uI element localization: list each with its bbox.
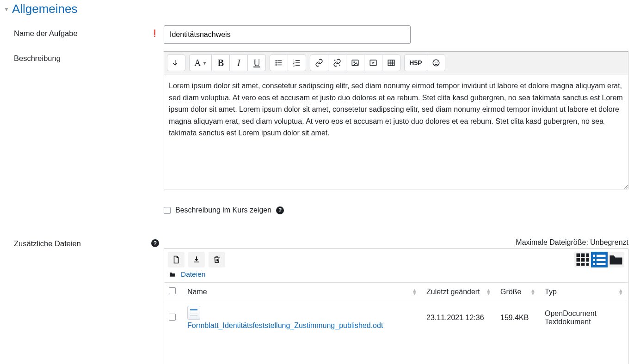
svg-point-24 [437,62,437,63]
letter-a-icon: A [194,58,201,68]
svg-rect-32 [581,263,585,266]
toolbar-link[interactable] [310,55,328,71]
file-name-link[interactable]: Formblatt_Identitätsfeststellung_Zustimm… [187,322,417,330]
svg-rect-1 [277,61,282,61]
editor-content[interactable]: Lorem ipsum dolor sit amet, consetetur s… [164,74,628,189]
section-header[interactable]: ▼ Allgemeines [4,2,640,16]
checkbox-show-in-course[interactable] [164,207,171,214]
folder-icon [169,271,176,278]
label-task-name: Name der Aufgabe [14,29,78,38]
document-file-icon [187,306,200,320]
checkbox-row[interactable] [169,314,176,321]
breadcrumb-root-link[interactable]: Dateien [181,270,205,279]
rich-text-editor: A▼ B I U 123 [164,51,628,189]
row-show-in-course: Beschreibung im Kurs zeigen ? [164,206,628,214]
svg-rect-14 [352,60,359,66]
svg-rect-7 [295,60,300,61]
file-modified: 23.11.2021 12:36 [422,301,496,335]
svg-rect-28 [577,258,580,262]
svg-rect-17 [388,60,395,66]
svg-rect-34 [593,255,596,257]
input-task-name[interactable] [164,25,411,44]
list-ol-icon: 123 [293,59,301,67]
file-breadcrumb: Dateien [164,268,628,282]
view-grid-button[interactable] [574,252,591,267]
file-manager: Dateien Name▲▼ Zuletzt geändert▲▼ Größe▲… [164,249,628,364]
svg-rect-39 [597,263,606,266]
view-switcher [574,252,624,267]
col-header-type[interactable]: Typ▲▼ [540,283,628,301]
svg-line-12 [334,60,336,61]
caret-down-icon: ▼ [202,61,207,66]
toolbar-emoji[interactable] [427,55,445,71]
toolbar-image[interactable] [346,55,364,71]
image-icon [351,59,359,67]
unlink-icon [333,59,341,67]
row-task-name: Name der Aufgabe ❗ [4,25,640,44]
svg-rect-33 [586,263,589,266]
toolbar-bold[interactable]: B [211,55,230,71]
trash-icon [213,255,221,264]
svg-rect-5 [277,65,282,66]
file-table: Name▲▼ Zuletzt geändert▲▼ Größe▲▼ Typ▲▼ … [164,282,628,334]
toolbar-unordered-list[interactable] [270,55,288,71]
checkbox-select-all[interactable] [169,287,176,294]
view-tree-button[interactable] [608,252,624,267]
toolbar-unlink[interactable] [328,55,346,71]
table-row[interactable]: Formblatt_Identitätsfeststellung_Zustimm… [164,301,628,335]
toolbar-table[interactable] [382,55,400,71]
svg-rect-3 [277,62,282,63]
emoji-icon [432,59,440,67]
max-filesize-label: Maximale Dateigröße: Unbegrenzt [164,238,628,247]
label-additional-files: Zusätzliche Dateien [14,239,81,248]
h5p-icon: H5P [409,59,422,67]
toolbar-italic[interactable]: I [229,55,248,71]
sort-icon: ▲▼ [618,289,623,295]
download-icon [192,255,201,264]
editor-toolbar: A▼ B I U 123 [164,52,628,74]
svg-rect-26 [581,254,585,257]
svg-rect-35 [597,255,606,257]
svg-rect-9 [295,62,300,63]
col-header-size[interactable]: Größe▲▼ [496,283,540,301]
link-icon [315,59,323,67]
sort-icon: ▲▼ [412,289,417,295]
svg-rect-37 [597,259,606,261]
toolbar-expand-button[interactable] [167,55,185,71]
bold-icon: B [218,58,224,68]
toolbar-media[interactable] [364,55,382,71]
svg-rect-31 [577,263,580,266]
svg-text:3: 3 [293,64,295,67]
media-icon [369,59,377,67]
svg-rect-11 [295,65,300,66]
label-show-in-course: Beschreibung im Kurs zeigen [175,206,271,214]
italic-icon: I [237,58,240,68]
table-icon [387,59,395,67]
view-list-button[interactable] [591,252,608,267]
toolbar-ordered-list[interactable]: 123 [288,55,306,71]
section-title: Allgemeines [12,2,78,16]
delete-button[interactable] [209,252,225,267]
svg-point-23 [434,62,435,63]
toolbar-h5p[interactable]: H5P [404,55,427,71]
grid-icon [574,252,591,267]
svg-point-0 [276,60,277,61]
col-header-name[interactable]: Name▲▼ [183,283,422,301]
collapse-caret-icon: ▼ [4,6,9,12]
svg-rect-25 [577,254,580,257]
add-file-button[interactable] [168,252,185,267]
label-description: Beschreibung [14,54,61,63]
svg-rect-29 [581,258,585,262]
help-icon[interactable]: ? [276,206,284,214]
help-icon[interactable]: ? [151,239,159,247]
col-header-modified[interactable]: Zuletzt geändert▲▼ [422,283,496,301]
folder-icon [608,252,624,267]
svg-rect-36 [593,259,596,261]
toolbar-paragraph-style[interactable]: A▼ [189,55,212,71]
toolbar-underline[interactable]: U [247,55,266,71]
download-button[interactable] [188,252,205,267]
row-additional-files: Zusätzliche Dateien ? Maximale Dateigröß… [4,238,640,364]
svg-rect-30 [586,258,589,262]
svg-rect-38 [593,263,596,266]
svg-line-13 [339,65,340,66]
